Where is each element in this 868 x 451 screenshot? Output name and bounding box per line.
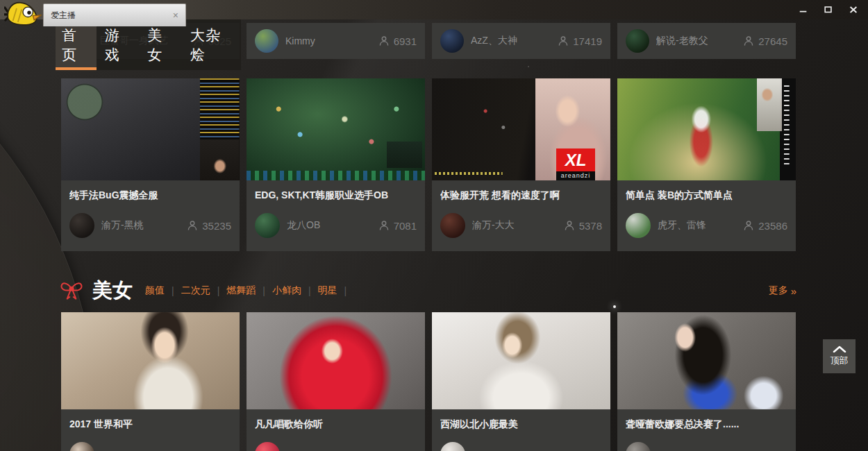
stream-title: 凡凡唱歌给你听 (255, 409, 417, 431)
viewer-count: 5378 (564, 220, 602, 232)
viewer-number: 23586 (758, 220, 787, 232)
stream-thumbnail (247, 78, 425, 180)
stream-thumbnail (432, 312, 610, 409)
person-icon (743, 35, 754, 46)
filter-randance[interactable]: 燃舞蹈 (226, 284, 256, 297)
filter-separator: | (308, 285, 311, 296)
avatar (626, 442, 651, 451)
avatar (69, 442, 94, 451)
stream-thumbnail (61, 312, 240, 409)
person-icon (558, 35, 569, 46)
stream-card[interactable]: 纯手法BuG震撼全服 渝万-黑桃 35235 (61, 78, 240, 251)
stream-card[interactable]: EDG, SKT,KT韩服职业选手OB 龙八OB 7081 (247, 78, 425, 251)
nav-tab-games[interactable]: 游戏 (99, 19, 140, 70)
stream-card[interactable]: 聋哑蕾欧娜要总决赛了...... (617, 312, 796, 451)
filter-separator: | (262, 285, 265, 296)
filter-links: 颜值 | 二次元 | 燃舞蹈 | 小鲜肉 | 明星 | (145, 284, 353, 297)
stream-card[interactable]: 简单点 装B的方式简单点 虎牙、雷锋 23586 (617, 78, 796, 251)
stream-thumbnail: XL areandzi (432, 78, 610, 180)
filter-erciyuan[interactable]: 二次元 (181, 284, 210, 297)
viewer-number: 6931 (394, 35, 417, 47)
avatar (626, 213, 651, 238)
viewer-count: 6931 (378, 35, 417, 47)
nav-tab-home[interactable]: 首页 (56, 19, 97, 70)
stream-thumbnail (617, 312, 796, 409)
viewer-count: 7081 (378, 220, 417, 232)
viewer-number: 17419 (573, 35, 602, 47)
streamer-name: 解说-老教父 (656, 35, 708, 47)
filter-separator: | (344, 285, 347, 296)
xl-watermark: XL areandzi (556, 148, 595, 180)
stream-card[interactable]: AzZ、大神 17419 (432, 23, 610, 59)
stream-card[interactable]: XL areandzi 体验服开荒 想看的速度了啊 渝万-大大 5378 (432, 78, 610, 251)
app-tab-title: 爱主播 (51, 10, 76, 22)
back-to-top-label: 顶部 (831, 355, 849, 367)
stream-card[interactable]: 凡凡唱歌给你听 (247, 312, 425, 451)
streamer-name: Kimmy (285, 35, 315, 46)
beauty-section-header: 美女 颜值 | 二次元 | 燃舞蹈 | 小鲜肉 | 明星 | 更多 » (59, 275, 796, 306)
stream-title: 简单点 装B的方式简单点 (626, 180, 787, 202)
avatar (255, 213, 280, 238)
filter-yanzhi[interactable]: 颜值 (145, 284, 165, 297)
filter-xiaoxianrou[interactable]: 小鲜肉 (272, 284, 301, 297)
more-arrow-icon: » (791, 285, 796, 297)
person-icon (743, 220, 754, 231)
stream-title: 纯手法BuG震撼全服 (69, 180, 231, 202)
minimize-icon (799, 5, 808, 15)
avatar (255, 442, 280, 451)
tab-close-icon[interactable]: × (173, 10, 178, 20)
stream-card[interactable]: 2017 世界和平 (61, 312, 240, 451)
stream-thumbnail (61, 78, 240, 180)
person-icon (187, 220, 198, 231)
close-icon (849, 5, 858, 15)
window-controls (794, 0, 862, 19)
minimize-button[interactable] (794, 3, 812, 17)
more-label: 更多 (769, 284, 788, 297)
viewer-count: 35235 (187, 220, 231, 232)
avatar (69, 213, 94, 238)
maximize-button[interactable] (819, 3, 837, 17)
stream-card[interactable]: 解说-老教父 27645 (617, 23, 796, 59)
more-link[interactable]: 更多 » (769, 284, 796, 297)
streamer-name: 虎牙、雷锋 (658, 219, 706, 232)
avatar (255, 29, 278, 53)
xl-watermark-text: XL (556, 148, 595, 171)
viewer-number: 7081 (394, 220, 417, 232)
stream-card[interactable]: 西湖以北小鹿最美 (432, 312, 610, 451)
filter-mingxing[interactable]: 明星 (318, 284, 337, 297)
stream-card[interactable]: Kimmy 6931 (247, 23, 425, 59)
nav-tab-beauty[interactable]: 美女 (141, 19, 182, 70)
filter-separator: | (172, 285, 174, 296)
person-icon (378, 220, 390, 231)
streamer-name: 龙八OB (287, 219, 320, 232)
app-window: 巨蟹哥一身武艺 6025 Kimmy 6931 AzZ、大神 17419 (0, 0, 868, 451)
viewer-count: 27645 (743, 35, 787, 47)
streamer-name: 渝万-黑桃 (101, 219, 144, 232)
viewer-number: 35235 (202, 220, 231, 232)
viewer-count: 23586 (743, 220, 787, 232)
viewer-number: 27645 (758, 35, 787, 47)
avatar (440, 442, 465, 451)
close-button[interactable] (844, 3, 862, 17)
person-icon (564, 220, 575, 231)
streamer-name: AzZ、大神 (471, 35, 517, 47)
stream-thumbnail (617, 78, 796, 180)
filter-separator: | (217, 285, 220, 296)
person-icon (378, 35, 390, 46)
xl-watermark-subtext: areandzi (556, 171, 595, 180)
stream-title: EDG, SKT,KT韩服职业选手OB (255, 180, 417, 202)
nav-tab-misc[interactable]: 大杂烩 (184, 19, 239, 70)
maximize-icon (824, 5, 833, 15)
chevron-up-icon (833, 346, 846, 352)
app-tab[interactable]: 爱主播 × (43, 3, 186, 26)
back-to-top-button[interactable]: 顶部 (823, 339, 856, 373)
viewer-number: 5378 (579, 220, 602, 232)
avatar (626, 29, 649, 53)
avatar (440, 29, 464, 53)
stream-title: 聋哑蕾欧娜要总决赛了...... (626, 409, 787, 431)
main-nav: 首页 游戏 美女 大杂烩 (56, 19, 241, 70)
stream-thumbnail (247, 312, 425, 409)
section-title: 美女 (92, 277, 133, 305)
stream-title: 2017 世界和平 (69, 409, 231, 431)
streamer-name: 渝万-大大 (472, 219, 515, 232)
